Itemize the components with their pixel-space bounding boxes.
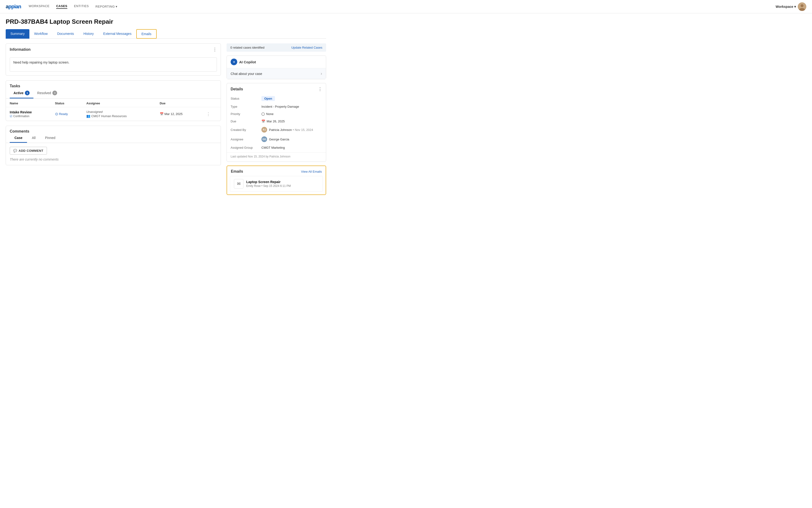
details-value-type: Incident - Property Damage [257,103,326,110]
details-card: Details ⋮ Status Open Type Inciden [227,83,326,162]
svg-point-1 [801,4,804,7]
details-label-priority: Priority [227,110,257,118]
information-title: Information [10,47,31,52]
table-row: Intake Review ☑ Confirmation ⊙ Ready [6,107,221,121]
workspace-dropdown-icon: ▾ [794,5,796,8]
assigned-group-value: CMGT Marketing [257,144,326,151]
nav-cases[interactable]: CASES [56,4,67,9]
assignee-value: GG George Garcia [261,136,322,142]
status-badge: Open [261,96,275,101]
emails-header: Emails View All Emails [227,166,326,176]
resolved-count-badge: 0 [52,91,57,95]
details-label-assigned-group: Assigned Group [227,144,257,151]
page-title: PRD-387BAB4 Laptop Screen Repair [6,18,326,26]
reporting-dropdown-icon: ▾ [116,5,117,8]
col-name: Name [6,99,51,107]
email-subject: Laptop Screen Repair [246,180,291,184]
details-row-priority: Priority None [227,110,326,118]
tasks-card: Tasks Active 1 Resolved 0 Name [6,80,221,121]
logo: appian [6,4,21,10]
information-header: Information ⋮ [6,44,221,54]
details-row-created-by: Created By PJ Patricia Johnson • Nov 15,… [227,125,326,134]
chat-label: Chat about your case [231,72,262,76]
view-all-emails-link[interactable]: View All Emails [301,170,322,173]
content-grid: Information ⋮ Need help repairing my lap… [6,43,326,195]
information-menu-icon[interactable]: ⋮ [212,47,217,52]
tab-history[interactable]: History [79,29,99,39]
email-icon: ✉ [234,179,243,188]
tasks-tab-active[interactable]: Active 1 [10,88,34,98]
tab-external-messages[interactable]: External Messages [99,29,136,39]
information-text: Need help repairing my laptop screen. [10,57,217,72]
details-footer: Last updated Nov 15, 2024 by Patricia Jo… [227,152,326,162]
details-row-assignee: Assignee GG George Garcia [227,134,326,144]
calendar-icon: 📅 [261,120,265,123]
comments-header: Comments [6,126,221,133]
active-count-badge: 1 [25,91,30,95]
nav-reporting[interactable]: REPORTING ▾ [96,4,117,9]
due-value: 📅 Mar 26, 2025 [261,120,322,123]
left-column: Information ⋮ Need help repairing my lap… [6,43,221,165]
emails-title: Emails [231,169,243,174]
chevron-right-icon: › [321,71,322,76]
task-name[interactable]: Intake Review [10,110,47,114]
comment-icon: 💬 [13,149,17,153]
task-assignee-group: 👥 CMGT Human Resources [86,114,152,118]
priority-value: None [261,112,322,116]
details-table: Status Open Type Incident - Property Dam… [227,94,326,151]
email-meta: Emily Rose • Sep 15 2024 6:11 PM [246,184,291,187]
workspace-button[interactable]: Workspace ▾ [776,5,796,8]
details-row-assigned-group: Assigned Group CMGT Marketing [227,144,326,151]
details-row-due: Due 📅 Mar 26, 2025 [227,118,326,125]
details-menu-icon[interactable]: ⋮ [318,87,322,92]
email-item[interactable]: ✉ Laptop Screen Repair Emily Rose • Sep … [230,176,323,192]
details-header: Details ⋮ [227,83,326,94]
tasks-header: Tasks [6,81,221,88]
tab-documents[interactable]: Documents [52,29,79,39]
comments-title: Comments [10,129,30,133]
col-assignee: Assignee [83,99,156,107]
comments-tab-case[interactable]: Case [10,133,27,143]
col-due: Due [156,99,203,107]
tasks-title: Tasks [10,84,20,88]
comments-tab-all[interactable]: All [27,133,40,143]
tab-emails[interactable]: Emails [136,29,157,39]
add-comment-button[interactable]: 💬 ADD COMMENT [10,147,47,155]
assignee-avatar: GG [261,136,267,142]
emails-card: Emails View All Emails ✉ Laptop Screen R… [227,166,326,195]
ai-copilot-title: AI Copilot [239,60,256,64]
nav-workspace[interactable]: WORKSPACE [29,4,50,9]
comments-tabs: Case All Pinned [6,133,221,143]
nav-entities[interactable]: ENTITIES [74,4,89,9]
details-label-due: Due [227,118,257,125]
comments-body: 💬 ADD COMMENT There are currently no com… [6,143,221,165]
tab-summary[interactable]: Summary [6,29,30,39]
nav-left: appian WORKSPACE CASES ENTITIES REPORTIN… [6,4,117,10]
details-label-type: Type [227,103,257,110]
avatar[interactable] [798,2,806,11]
task-menu-icon[interactable]: ⋮ [206,112,210,117]
task-assignee: Unassigned [86,110,152,114]
page-content: PRD-387BAB4 Laptop Screen Repair Summary… [0,13,332,200]
task-due: 📅 Mar 12, 2025 [160,112,199,116]
comments-card: Comments Case All Pinned 💬 ADD COMMENT T… [6,126,221,165]
nav-right: Workspace ▾ [776,2,806,11]
information-content: Need help repairing my laptop screen. [6,54,221,75]
update-related-cases-link[interactable]: Update Related Cases [291,46,322,49]
ai-copilot-header: ✦ AI Copilot [227,56,326,68]
details-title: Details [231,87,243,91]
tasks-tab-resolved[interactable]: Resolved 0 [34,88,61,98]
tab-workflow[interactable]: Workflow [30,29,52,39]
chat-row[interactable]: Chat about your case › [227,68,326,79]
nav-links: WORKSPACE CASES ENTITIES REPORTING ▾ [29,4,117,9]
right-column: 0 related cases identified Update Relate… [227,43,326,195]
related-cases-bar: 0 related cases identified Update Relate… [227,43,326,52]
email-info: Laptop Screen Repair Emily Rose • Sep 15… [246,180,291,187]
details-row-status: Status Open [227,94,326,103]
priority-circle-icon [261,113,265,116]
comments-tab-pinned[interactable]: Pinned [40,133,60,143]
created-by-avatar: PJ [261,127,267,133]
task-status: ⊙ Ready [55,112,68,116]
col-status: Status [51,99,83,107]
details-label-created-by: Created By [227,125,257,134]
